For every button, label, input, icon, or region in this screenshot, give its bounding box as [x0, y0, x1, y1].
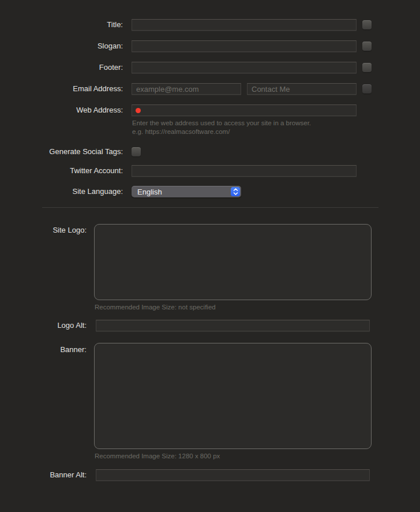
logo-alt-label: Logo Alt: — [0, 320, 87, 331]
footer-checkbox[interactable] — [362, 63, 372, 72]
section-divider — [42, 207, 378, 208]
site-settings-panel: Title: Slogan: Footer: Email Address: We… — [0, 0, 420, 512]
slogan-checkbox[interactable] — [362, 42, 372, 51]
banner-alt-label: Banner Alt: — [0, 469, 87, 481]
web-address-label: Web Address: — [0, 104, 123, 116]
generate-social-tags-label: Generate Social Tags: — [0, 147, 123, 156]
email-checkbox[interactable] — [362, 84, 372, 94]
slogan-label: Slogan: — [0, 40, 123, 52]
footer-label: Footer: — [0, 62, 123, 73]
site-language-select[interactable]: English — [132, 186, 241, 197]
slogan-input[interactable] — [132, 40, 357, 52]
web-address-help-line1: Enter the web address used to access you… — [132, 119, 311, 128]
footer-input[interactable] — [132, 62, 357, 73]
site-language-label: Site Language: — [0, 186, 123, 197]
twitter-account-input[interactable] — [132, 165, 357, 177]
required-dot-icon — [136, 108, 141, 113]
title-label: Title: — [0, 19, 123, 31]
email-address-input[interactable] — [132, 83, 241, 95]
site-language-selected-value: English — [132, 188, 231, 196]
logo-alt-input[interactable] — [96, 320, 370, 331]
site-logo-label: Site Logo: — [0, 225, 87, 236]
email-link-text-input[interactable] — [247, 83, 357, 95]
banner-alt-input[interactable] — [96, 469, 370, 481]
site-logo-caption: Recommended Image Size: not specified — [95, 304, 216, 311]
popup-chevrons-icon — [231, 187, 240, 196]
web-address-help: Enter the web address used to access you… — [132, 119, 311, 136]
banner-label: Banner: — [0, 344, 87, 356]
web-address-input[interactable] — [132, 104, 357, 116]
title-checkbox[interactable] — [362, 20, 372, 29]
banner-caption: Recommended Image Size: 1280 x 800 px — [95, 453, 220, 459]
banner-image-well[interactable] — [94, 343, 372, 449]
email-address-label: Email Address: — [0, 83, 123, 95]
web-address-help-line2: e.g. https://realmacsoftware.com/ — [132, 128, 311, 136]
site-logo-image-well[interactable] — [94, 224, 372, 300]
generate-social-tags-checkbox[interactable] — [132, 147, 141, 156]
title-input[interactable] — [132, 19, 357, 31]
twitter-account-label: Twitter Account: — [0, 165, 123, 177]
